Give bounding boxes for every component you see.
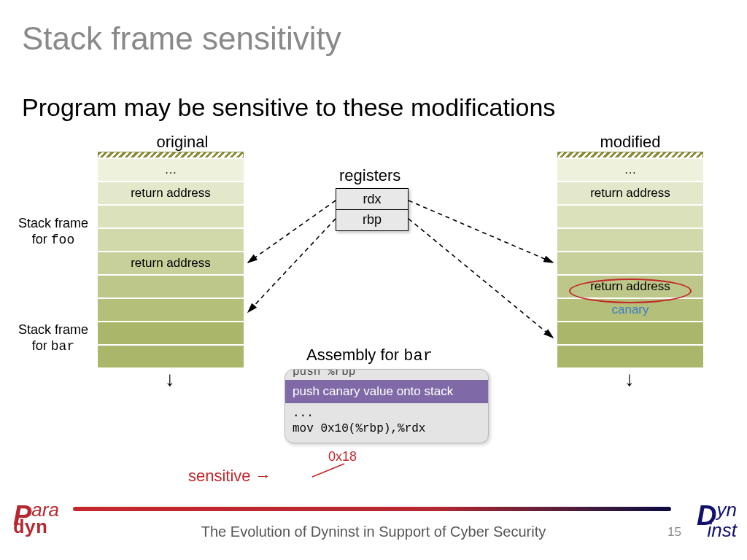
frame-label-foo: Stack frame for foo	[13, 216, 93, 248]
register-cell: rdx	[336, 188, 409, 210]
svg-line-4	[312, 464, 344, 477]
assembly-label-func: bar	[403, 347, 433, 365]
offset-annotation: 0x18	[328, 449, 357, 464]
stack-cell: return address	[557, 181, 703, 204]
stack-hatch	[557, 152, 703, 158]
stack-cell	[557, 204, 703, 228]
assembly-label: Assembly for bar	[306, 346, 433, 365]
logo-letter: yn	[717, 499, 737, 521]
paradyn-logo: Para dyn	[13, 502, 59, 536]
frame-label-foo-l2: for	[32, 232, 51, 246]
stack-cell-return-address: return address	[557, 274, 703, 298]
stack-cell-canary: canary	[557, 298, 703, 321]
stack-modified: … return address return address canary	[557, 152, 703, 368]
column-label-original: original	[109, 133, 255, 152]
stack-hatch	[98, 152, 244, 158]
frame-label-bar-func: bar	[51, 339, 74, 354]
stack-cell: …	[557, 158, 703, 181]
registers-box: rdx rbp	[336, 188, 409, 231]
frame-label-foo-func: foo	[51, 233, 74, 247]
registers-label: registers	[339, 166, 400, 185]
down-arrow-icon: ↓	[165, 368, 175, 391]
stack-original: … return address return address	[98, 152, 244, 368]
assembly-line: mov 0x10(%rbp),%rdx	[293, 421, 481, 437]
stack-cell	[98, 321, 244, 344]
assembly-label-prefix: Assembly for	[306, 346, 403, 364]
assembly-body: ... mov 0x10(%rbp),%rdx	[285, 403, 488, 443]
slide-title: Stack frame sensitivity	[22, 20, 341, 57]
stack-cell: return address	[98, 181, 244, 204]
stack-cell	[557, 251, 703, 274]
logo-letter: dyn	[13, 520, 59, 536]
assembly-line: ...	[293, 406, 481, 421]
canary-label: canary	[611, 303, 649, 317]
stack-cell	[98, 228, 244, 251]
stack-cell	[557, 228, 703, 251]
assembly-peek: push %rbp	[285, 370, 488, 380]
frame-label-foo-l1: Stack frame	[18, 216, 88, 230]
stack-cell	[557, 321, 703, 344]
svg-line-0	[248, 201, 336, 262]
column-label-modified: modified	[557, 133, 703, 152]
slide-subtitle: Program may be sensitive to these modifi…	[22, 93, 555, 122]
down-arrow-icon: ↓	[624, 368, 635, 391]
assembly-highlight: push canary value onto stack	[285, 380, 488, 403]
frame-label-bar: Stack frame for bar	[13, 322, 93, 354]
footer-text: The Evolution of Dyninst in Support of C…	[0, 524, 747, 540]
dyninst-logo: Dyn inst	[697, 502, 737, 539]
stack-cell	[98, 344, 244, 368]
frame-label-bar-l1: Stack frame	[18, 322, 88, 337]
assembly-box: push %rbp push canary value onto stack .…	[285, 369, 489, 443]
footer-divider	[73, 507, 671, 511]
svg-line-3	[409, 219, 553, 338]
stack-cell	[557, 344, 703, 368]
svg-line-1	[248, 219, 336, 312]
register-cell: rbp	[336, 209, 409, 231]
svg-line-2	[409, 201, 553, 262]
stack-cell	[98, 298, 244, 321]
stack-cell	[98, 274, 244, 298]
stack-cell: return address	[98, 251, 244, 274]
frame-label-bar-l2: for	[32, 338, 51, 353]
page-number: 15	[667, 525, 681, 540]
stack-cell: …	[98, 158, 244, 181]
sensitive-annotation: sensitive →	[188, 467, 271, 486]
stack-cell	[98, 204, 244, 228]
